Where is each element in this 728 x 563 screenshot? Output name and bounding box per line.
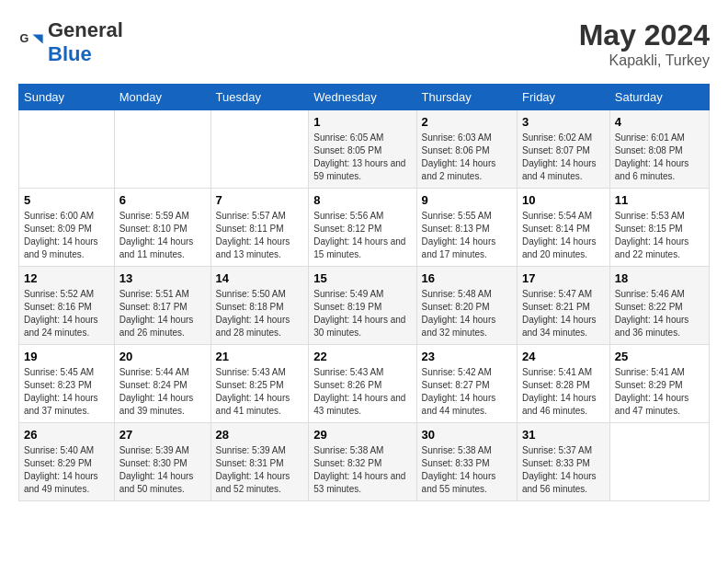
day-info: Sunrise: 5:59 AMSunset: 8:10 PMDaylight:…	[119, 210, 206, 261]
calendar-cell: 18Sunrise: 5:46 AMSunset: 8:22 PMDayligh…	[609, 267, 709, 345]
day-number: 25	[615, 350, 704, 363]
calendar-cell: 8Sunrise: 5:56 AMSunset: 8:12 PMDaylight…	[309, 189, 416, 267]
day-number: 26	[24, 428, 109, 442]
calendar-cell: 29Sunrise: 5:38 AMSunset: 8:32 PMDayligh…	[309, 423, 416, 501]
header-tuesday: Tuesday	[210, 85, 309, 110]
header-friday: Friday	[517, 85, 609, 110]
day-info: Sunrise: 5:53 AMSunset: 8:15 PMDaylight:…	[615, 210, 704, 261]
calendar-cell: 31Sunrise: 5:37 AMSunset: 8:33 PMDayligh…	[517, 423, 609, 501]
day-number: 23	[422, 350, 512, 363]
day-info: Sunrise: 5:39 AMSunset: 8:30 PMDaylight:…	[119, 444, 206, 496]
day-number: 5	[24, 193, 109, 207]
day-info: Sunrise: 5:43 AMSunset: 8:25 PMDaylight:…	[216, 366, 304, 418]
calendar-cell: 17Sunrise: 5:47 AMSunset: 8:21 PMDayligh…	[517, 267, 609, 345]
day-info: Sunrise: 5:38 AMSunset: 8:32 PMDaylight:…	[313, 444, 411, 496]
day-info: Sunrise: 5:41 AMSunset: 8:28 PMDaylight:…	[522, 366, 605, 418]
title-block: May 2024 Kapakli, Turkey	[579, 18, 710, 69]
calendar-cell: 11Sunrise: 5:53 AMSunset: 8:15 PMDayligh…	[609, 189, 709, 267]
logo-general: General	[48, 18, 123, 41]
calendar-cell: 10Sunrise: 5:54 AMSunset: 8:14 PMDayligh…	[517, 189, 609, 267]
day-info: Sunrise: 6:02 AMSunset: 8:07 PMDaylight:…	[522, 132, 605, 183]
svg-text:G: G	[19, 32, 28, 45]
day-info: Sunrise: 5:54 AMSunset: 8:14 PMDaylight:…	[522, 210, 605, 261]
calendar-week-2: 5Sunrise: 6:00 AMSunset: 8:09 PMDaylight…	[19, 189, 710, 267]
day-info: Sunrise: 5:50 AMSunset: 8:18 PMDaylight:…	[216, 288, 304, 339]
calendar-cell: 21Sunrise: 5:43 AMSunset: 8:25 PMDayligh…	[210, 345, 309, 423]
header-thursday: Thursday	[416, 85, 517, 110]
day-info: Sunrise: 5:39 AMSunset: 8:31 PMDaylight:…	[216, 444, 304, 496]
day-number: 14	[216, 271, 304, 285]
day-info: Sunrise: 5:48 AMSunset: 8:20 PMDaylight:…	[422, 288, 512, 339]
calendar-cell: 4Sunrise: 6:01 AMSunset: 8:08 PMDaylight…	[609, 110, 709, 189]
day-info: Sunrise: 5:47 AMSunset: 8:21 PMDaylight:…	[522, 288, 605, 339]
day-number: 31	[522, 428, 605, 442]
day-number: 27	[119, 428, 206, 442]
day-info: Sunrise: 5:38 AMSunset: 8:33 PMDaylight:…	[422, 444, 512, 496]
day-number: 18	[615, 271, 704, 285]
day-number: 30	[422, 428, 512, 442]
day-number: 17	[522, 271, 605, 285]
header-sunday: Sunday	[19, 85, 115, 110]
day-number: 15	[313, 271, 411, 285]
calendar-cell	[19, 110, 115, 189]
day-number: 22	[313, 350, 411, 363]
calendar-cell: 14Sunrise: 5:50 AMSunset: 8:18 PMDayligh…	[210, 267, 309, 345]
calendar-title: May 2024	[579, 18, 710, 52]
calendar-week-3: 12Sunrise: 5:52 AMSunset: 8:16 PMDayligh…	[19, 267, 710, 345]
day-number: 28	[216, 428, 304, 442]
calendar-cell: 25Sunrise: 5:41 AMSunset: 8:29 PMDayligh…	[609, 345, 709, 423]
day-number: 13	[119, 271, 206, 285]
day-number: 20	[119, 350, 206, 363]
day-number: 4	[615, 115, 704, 129]
day-number: 21	[216, 350, 304, 363]
calendar-cell: 26Sunrise: 5:40 AMSunset: 8:29 PMDayligh…	[19, 423, 115, 501]
day-number: 2	[422, 115, 512, 129]
logo-blue: Blue	[48, 42, 92, 65]
calendar-cell: 20Sunrise: 5:44 AMSunset: 8:24 PMDayligh…	[114, 345, 210, 423]
calendar-week-4: 19Sunrise: 5:45 AMSunset: 8:23 PMDayligh…	[19, 345, 710, 423]
calendar-cell: 3Sunrise: 6:02 AMSunset: 8:07 PMDaylight…	[517, 110, 609, 189]
header-monday: Monday	[114, 85, 210, 110]
calendar-cell: 7Sunrise: 5:57 AMSunset: 8:11 PMDaylight…	[210, 189, 309, 267]
day-number: 3	[522, 115, 605, 129]
day-info: Sunrise: 6:01 AMSunset: 8:08 PMDaylight:…	[615, 132, 704, 183]
calendar-cell: 30Sunrise: 5:38 AMSunset: 8:33 PMDayligh…	[416, 423, 517, 501]
calendar-cell: 23Sunrise: 5:42 AMSunset: 8:27 PMDayligh…	[416, 345, 517, 423]
day-number: 11	[615, 193, 704, 207]
day-info: Sunrise: 5:40 AMSunset: 8:29 PMDaylight:…	[24, 444, 109, 496]
calendar-cell: 1Sunrise: 6:05 AMSunset: 8:05 PMDaylight…	[309, 110, 416, 189]
day-info: Sunrise: 5:45 AMSunset: 8:23 PMDaylight:…	[24, 366, 109, 418]
day-number: 12	[24, 271, 109, 285]
logo: G General Blue	[18, 18, 123, 66]
day-info: Sunrise: 5:56 AMSunset: 8:12 PMDaylight:…	[313, 210, 411, 261]
calendar-cell: 27Sunrise: 5:39 AMSunset: 8:30 PMDayligh…	[114, 423, 210, 501]
day-info: Sunrise: 5:41 AMSunset: 8:29 PMDaylight:…	[615, 366, 704, 418]
day-number: 29	[313, 428, 411, 442]
day-info: Sunrise: 5:49 AMSunset: 8:19 PMDaylight:…	[313, 288, 411, 339]
header-wednesday: Wednesday	[309, 85, 416, 110]
day-number: 19	[24, 350, 109, 363]
day-info: Sunrise: 6:00 AMSunset: 8:09 PMDaylight:…	[24, 210, 109, 261]
calendar-table: SundayMondayTuesdayWednesdayThursdayFrid…	[18, 84, 710, 501]
day-info: Sunrise: 6:03 AMSunset: 8:06 PMDaylight:…	[422, 132, 512, 183]
day-number: 6	[119, 193, 206, 207]
calendar-cell: 19Sunrise: 5:45 AMSunset: 8:23 PMDayligh…	[19, 345, 115, 423]
calendar-cell: 6Sunrise: 5:59 AMSunset: 8:10 PMDaylight…	[114, 189, 210, 267]
calendar-subtitle: Kapakli, Turkey	[579, 52, 710, 69]
day-number: 7	[216, 193, 304, 207]
calendar-cell	[114, 110, 210, 189]
calendar-cell: 28Sunrise: 5:39 AMSunset: 8:31 PMDayligh…	[210, 423, 309, 501]
calendar-cell: 15Sunrise: 5:49 AMSunset: 8:19 PMDayligh…	[309, 267, 416, 345]
calendar-cell: 5Sunrise: 6:00 AMSunset: 8:09 PMDaylight…	[19, 189, 115, 267]
day-info: Sunrise: 5:51 AMSunset: 8:17 PMDaylight:…	[119, 288, 206, 339]
day-info: Sunrise: 5:43 AMSunset: 8:26 PMDaylight:…	[313, 366, 411, 418]
page-header: G General Blue May 2024 Kapakli, Turkey	[18, 18, 710, 69]
svg-marker-1	[32, 35, 42, 44]
calendar-cell: 16Sunrise: 5:48 AMSunset: 8:20 PMDayligh…	[416, 267, 517, 345]
calendar-week-1: 1Sunrise: 6:05 AMSunset: 8:05 PMDaylight…	[19, 110, 710, 189]
header-saturday: Saturday	[609, 85, 709, 110]
calendar-cell: 24Sunrise: 5:41 AMSunset: 8:28 PMDayligh…	[517, 345, 609, 423]
day-number: 16	[422, 271, 512, 285]
day-info: Sunrise: 5:57 AMSunset: 8:11 PMDaylight:…	[216, 210, 304, 261]
day-number: 9	[422, 193, 512, 207]
